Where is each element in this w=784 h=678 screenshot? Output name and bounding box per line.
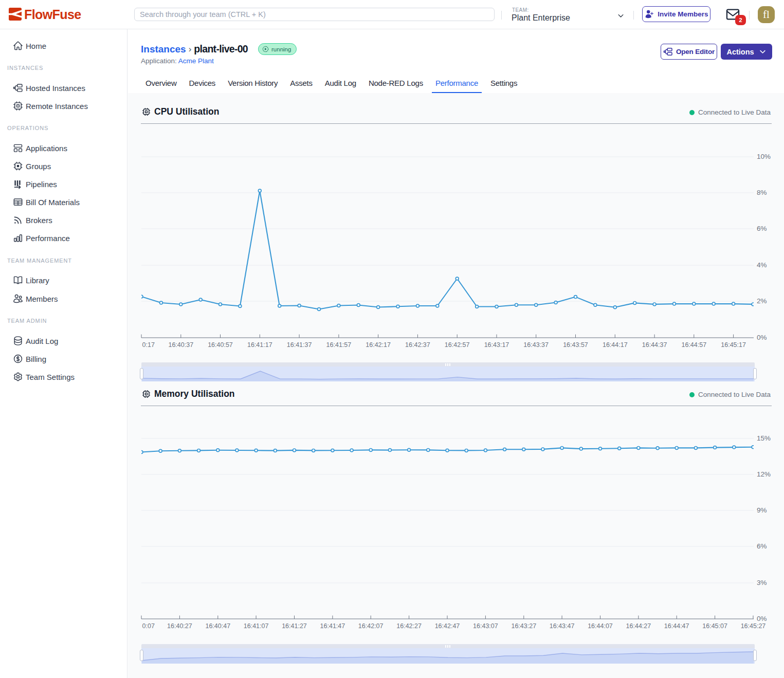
svg-text:0:17: 0:17 — [142, 341, 155, 349]
svg-text:16:43:57: 16:43:57 — [563, 341, 588, 349]
svg-text:16:41:37: 16:41:37 — [287, 341, 312, 349]
svg-text:0%: 0% — [757, 334, 767, 341]
svg-text:8%: 8% — [757, 189, 767, 196]
svg-text:6%: 6% — [757, 542, 767, 550]
svg-text:16:44:17: 16:44:17 — [603, 341, 628, 349]
svg-text:16:41:57: 16:41:57 — [326, 341, 352, 349]
svg-text:0:07: 0:07 — [142, 622, 155, 630]
svg-text:16:40:57: 16:40:57 — [208, 341, 233, 349]
svg-text:16:45:27: 16:45:27 — [741, 622, 766, 630]
svg-text:16:41:47: 16:41:47 — [320, 622, 345, 630]
svg-text:16:44:47: 16:44:47 — [664, 622, 689, 630]
svg-text:0%: 0% — [757, 615, 767, 622]
svg-text:16:42:37: 16:42:37 — [405, 341, 430, 349]
svg-text:6%: 6% — [757, 225, 767, 232]
svg-text:16:43:37: 16:43:37 — [523, 341, 549, 349]
svg-text:16:41:27: 16:41:27 — [282, 622, 307, 630]
svg-text:2%: 2% — [757, 297, 767, 305]
svg-text:16:44:57: 16:44:57 — [681, 341, 706, 349]
svg-text:15%: 15% — [757, 434, 771, 442]
svg-text:16:42:17: 16:42:17 — [366, 341, 391, 349]
svg-text:16:44:37: 16:44:37 — [642, 341, 667, 349]
svg-text:16:40:47: 16:40:47 — [205, 622, 230, 630]
svg-text:16:43:27: 16:43:27 — [511, 622, 536, 630]
svg-text:10%: 10% — [757, 153, 771, 160]
svg-text:12%: 12% — [757, 470, 771, 478]
svg-text:16:41:17: 16:41:17 — [247, 341, 272, 349]
svg-text:16:43:17: 16:43:17 — [484, 341, 509, 349]
svg-text:16:43:47: 16:43:47 — [550, 622, 575, 630]
svg-text:16:43:07: 16:43:07 — [473, 622, 498, 630]
svg-text:16:45:17: 16:45:17 — [721, 341, 746, 349]
svg-text:16:45:07: 16:45:07 — [702, 622, 727, 630]
svg-text:16:42:07: 16:42:07 — [358, 622, 384, 630]
svg-text:4%: 4% — [757, 261, 767, 269]
svg-text:16:44:07: 16:44:07 — [588, 622, 613, 630]
svg-text:3%: 3% — [757, 579, 767, 587]
svg-text:16:40:27: 16:40:27 — [167, 622, 192, 630]
svg-text:16:40:37: 16:40:37 — [168, 341, 193, 349]
svg-text:16:42:27: 16:42:27 — [396, 622, 422, 630]
svg-text:9%: 9% — [757, 506, 767, 514]
svg-text:16:41:07: 16:41:07 — [244, 622, 269, 630]
svg-text:16:42:57: 16:42:57 — [445, 341, 470, 349]
svg-text:16:42:47: 16:42:47 — [435, 622, 460, 630]
svg-text:16:44:27: 16:44:27 — [626, 622, 651, 630]
